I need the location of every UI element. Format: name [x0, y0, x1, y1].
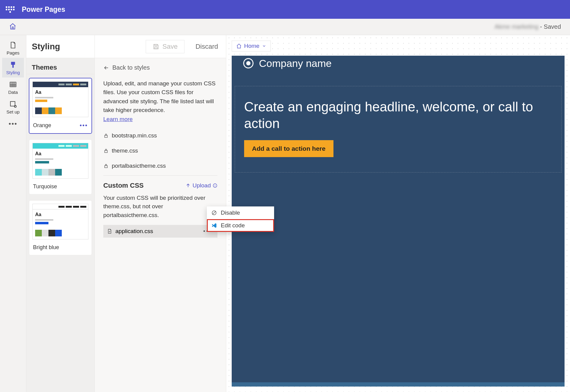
app-title: Power Pages	[22, 5, 65, 14]
svg-rect-5	[155, 47, 157, 48]
rail-label: Data	[8, 90, 18, 95]
theme-more-icon[interactable]: •••	[80, 122, 88, 129]
menu-item-label: Edit code	[221, 222, 245, 229]
svg-point-4	[14, 105, 16, 107]
css-file-row[interactable]: bootstrap.min.css	[103, 128, 217, 143]
hero-headline: Create an engaging headline, welcome, or…	[244, 98, 552, 132]
menu-item-edit-code[interactable]: Edit code	[207, 219, 274, 232]
site-name: Akme marketing	[495, 23, 539, 30]
company-name: Company name	[259, 58, 332, 69]
css-panel: Save Discard Back to styles Upload, edit…	[95, 35, 226, 392]
preview-header: Company name	[232, 56, 565, 80]
rail-label: Pages	[7, 50, 20, 55]
back-label: Back to styles	[112, 64, 150, 71]
vscode-icon	[211, 222, 217, 229]
themes-list[interactable]: Aa Orange ••• A	[26, 74, 94, 392]
breadcrumb-label: Home	[244, 43, 260, 49]
theme-label: Turquoise	[33, 183, 57, 190]
site-status: Akme marketing - Saved	[495, 23, 561, 30]
themes-column: Styling Themes Aa Orange	[26, 35, 95, 392]
left-rail: Pages Styling Data Set up •••	[0, 35, 26, 392]
rail-item-data[interactable]: Data	[2, 77, 24, 97]
page-title: Styling	[32, 42, 60, 51]
save-button[interactable]: Save	[146, 40, 184, 53]
rail-label: Set up	[6, 109, 19, 114]
disable-icon	[211, 210, 217, 216]
svg-rect-7	[105, 150, 108, 153]
css-file-name: theme.css	[112, 147, 138, 154]
file-context-menu: Disable Edit code	[207, 206, 274, 232]
custom-css-heading: Custom CSS	[103, 182, 144, 189]
theme-preview: Aa	[32, 204, 88, 239]
app-launcher-icon[interactable]	[5, 4, 15, 15]
svg-rect-6	[105, 135, 108, 137]
styling-page-title-row: Styling	[26, 35, 94, 58]
css-file-name: bootstrap.min.css	[112, 132, 157, 139]
svg-rect-2	[10, 82, 16, 87]
info-icon	[213, 183, 217, 188]
theme-preview: Aa	[32, 143, 88, 179]
css-file-name: portalbasictheme.css	[112, 163, 166, 169]
preview-hero[interactable]: Create an engaging headline, welcome, or…	[235, 86, 562, 173]
lock-file-icon	[103, 163, 109, 169]
custom-file-name: application.css	[115, 228, 153, 235]
home-icon[interactable]	[9, 23, 16, 31]
lock-file-icon	[103, 133, 109, 138]
custom-css-description: Your custom CSS will be prioritized over…	[103, 194, 217, 220]
preview-footer-stripe	[232, 382, 565, 387]
suite-header: Power Pages	[0, 0, 570, 19]
theme-label: Orange	[33, 122, 51, 129]
site-preview-panel: Home Company name Create an engaging hea…	[226, 35, 570, 392]
toolbar: Save Discard	[95, 35, 226, 58]
rail-item-styling[interactable]: Styling	[2, 58, 24, 77]
upload-icon	[185, 183, 191, 188]
file-icon	[107, 229, 112, 234]
css-file-row[interactable]: portalbasictheme.css	[103, 158, 217, 173]
svg-rect-8	[105, 166, 108, 168]
menu-item-disable[interactable]: Disable	[207, 206, 274, 219]
theme-preview: Aa	[32, 81, 88, 117]
cta-button[interactable]: Add a call to action here	[244, 140, 333, 157]
save-state: - Saved	[539, 23, 561, 30]
preview-site: Company name Create an engaging headline…	[232, 56, 565, 387]
rail-more-icon[interactable]: •••	[8, 120, 17, 128]
svg-rect-1	[12, 65, 14, 68]
lock-file-icon	[103, 148, 109, 153]
save-icon	[153, 43, 159, 50]
theme-card-orange[interactable]: Aa Orange •••	[29, 78, 91, 133]
css-description: Upload, edit, and manage your custom CSS…	[103, 79, 217, 115]
themes-heading: Themes	[26, 58, 94, 74]
theme-card-brightblue[interactable]: Aa Bright blue	[29, 201, 91, 255]
preview-breadcrumb[interactable]: Home	[232, 41, 271, 51]
custom-css-file-row[interactable]: application.css •••	[103, 225, 217, 238]
breadcrumb-bar: Akme marketing - Saved	[0, 19, 570, 35]
back-to-styles-link[interactable]: Back to styles	[103, 64, 217, 71]
chevron-down-icon	[262, 44, 266, 48]
svg-rect-3	[10, 101, 15, 106]
rail-item-setup[interactable]: Set up	[2, 97, 24, 117]
learn-more-link[interactable]: Learn more	[103, 116, 133, 123]
arrow-left-icon	[103, 65, 109, 71]
theme-label: Bright blue	[33, 244, 59, 251]
rail-item-pages[interactable]: Pages	[2, 38, 24, 58]
css-file-row[interactable]: theme.css	[103, 143, 217, 158]
rail-label: Styling	[6, 70, 20, 75]
upload-button[interactable]: Upload	[185, 182, 217, 189]
discard-button[interactable]: Discard	[195, 43, 218, 51]
menu-item-label: Disable	[221, 209, 240, 216]
theme-card-turquoise[interactable]: Aa Turquoise	[29, 140, 91, 194]
home-icon	[236, 43, 242, 49]
upload-label: Upload	[193, 182, 211, 189]
company-logo-icon	[243, 58, 254, 68]
save-label: Save	[162, 43, 177, 51]
svg-rect-0	[11, 62, 15, 65]
